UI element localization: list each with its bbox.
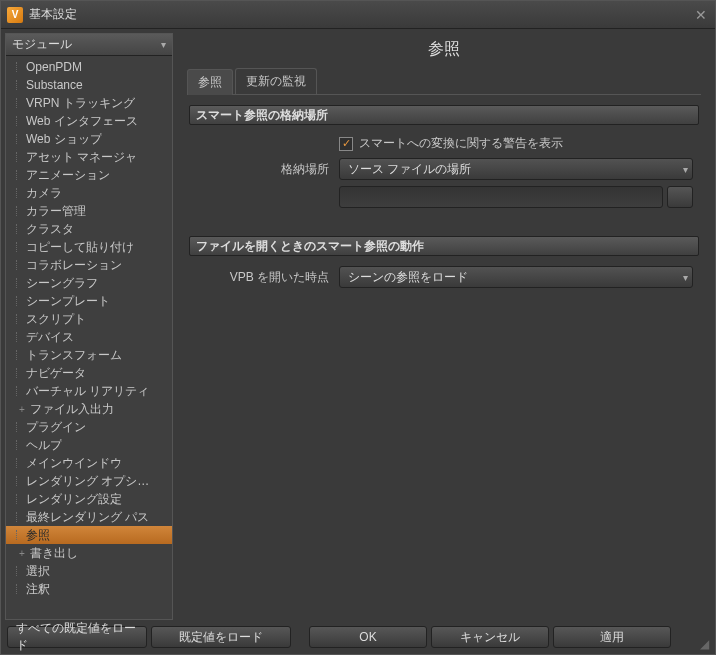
tree-expander-icon	[16, 350, 24, 360]
sidebar-item[interactable]: 選択	[6, 562, 172, 580]
sidebar-item-label: シーングラフ	[26, 275, 98, 292]
tree-expander-icon	[16, 152, 24, 162]
sidebar-item-label: ファイル入出力	[30, 401, 114, 418]
sidebar-item-label: VRPN トラッキング	[26, 95, 135, 112]
sidebar-item[interactable]: レンダリング設定	[6, 490, 172, 508]
sidebar-item-label: 選択	[26, 563, 50, 580]
sidebar-item-label: バーチャル リアリティ	[26, 383, 149, 400]
sidebar-item[interactable]: ナビゲータ	[6, 364, 172, 382]
sidebar-item[interactable]: トランスフォーム	[6, 346, 172, 364]
tab-update-monitor[interactable]: 更新の監視	[235, 68, 317, 94]
sidebar-item[interactable]: レンダリング オプシ…	[6, 472, 172, 490]
sidebar-item[interactable]: コピーして貼り付け	[6, 238, 172, 256]
sidebar-item[interactable]: VRPN トラッキング	[6, 94, 172, 112]
close-icon[interactable]: ✕	[693, 7, 709, 23]
footer: すべての既定値をロード 既定値をロード OK キャンセル 適用 ◢	[1, 620, 715, 654]
load-defaults-button[interactable]: 既定値をロード	[151, 626, 291, 648]
sidebar-item[interactable]: コラボレーション	[6, 256, 172, 274]
open-vpb-select[interactable]: シーンの参照をロード ▾	[339, 266, 693, 288]
tree-expander-icon	[16, 134, 24, 144]
open-vpb-label: VPB を開いた時点	[195, 269, 339, 286]
app-icon: V	[7, 7, 23, 23]
sidebar-item[interactable]: OpenPDM	[6, 58, 172, 76]
tab-reference[interactable]: 参照	[187, 69, 233, 95]
resize-grip-icon[interactable]: ◢	[695, 638, 709, 652]
sidebar-item-label: ヘルプ	[26, 437, 62, 454]
sidebar-item[interactable]: スクリプト	[6, 310, 172, 328]
load-all-defaults-button[interactable]: すべての既定値をロード	[7, 626, 147, 648]
sidebar-item-label: メインウインドウ	[26, 455, 122, 472]
sidebar-item-label: 書き出し	[30, 545, 78, 562]
sidebar-item[interactable]: Substance	[6, 76, 172, 94]
apply-button[interactable]: 適用	[553, 626, 671, 648]
sidebar-item-label: アセット マネージャ	[26, 149, 137, 166]
window-title: 基本設定	[29, 6, 693, 23]
storage-path-input[interactable]	[339, 186, 663, 208]
sidebar-item[interactable]: +書き出し	[6, 544, 172, 562]
sidebar-item[interactable]: ヘルプ	[6, 436, 172, 454]
checkbox-label: スマートへの変換に関する警告を表示	[359, 135, 563, 152]
warn-on-convert-checkbox[interactable]: ✓ スマートへの変換に関する警告を表示	[339, 135, 563, 152]
tree-expander-icon	[16, 458, 24, 468]
button-label: キャンセル	[460, 629, 520, 646]
sidebar-item[interactable]: Web インタフェース	[6, 112, 172, 130]
sidebar-item[interactable]: Web ショップ	[6, 130, 172, 148]
group-header: ファイルを開くときのスマート参照の動作	[189, 236, 699, 256]
sidebar: モジュール ▾ OpenPDMSubstanceVRPN トラッキングWeb イ…	[5, 33, 173, 620]
sidebar-item-label: 注釈	[26, 581, 50, 598]
page-title: 参照	[187, 39, 701, 60]
sidebar-item[interactable]: 最終レンダリング パス	[6, 508, 172, 526]
tree-expander-icon	[16, 314, 24, 324]
tree-expander-icon	[16, 206, 24, 216]
sidebar-item-label: デバイス	[26, 329, 74, 346]
group-open-behavior: ファイルを開くときのスマート参照の動作 VPB を開いた時点 シーンの参照をロー…	[189, 236, 699, 300]
sidebar-item[interactable]: クラスタ	[6, 220, 172, 238]
sidebar-item[interactable]: バーチャル リアリティ	[6, 382, 172, 400]
module-tree: OpenPDMSubstanceVRPN トラッキングWeb インタフェースWe…	[6, 56, 172, 619]
group-header: スマート参照の格納場所	[189, 105, 699, 125]
sidebar-item-label: プラグイン	[26, 419, 86, 436]
storage-location-select[interactable]: ソース ファイルの場所 ▾	[339, 158, 693, 180]
ok-button[interactable]: OK	[309, 626, 427, 648]
sidebar-item[interactable]: プラグイン	[6, 418, 172, 436]
tree-expander-icon	[16, 80, 24, 90]
sidebar-item-label: Substance	[26, 78, 83, 92]
button-label: OK	[359, 630, 376, 644]
sidebar-item[interactable]: シーングラフ	[6, 274, 172, 292]
group-smart-reference-location: スマート参照の格納場所 ✓ スマートへの変換に関する警告を表示	[189, 105, 699, 220]
sidebar-item-label: レンダリング設定	[26, 491, 122, 508]
tree-expander-icon	[16, 62, 24, 72]
sidebar-item-label: Web ショップ	[26, 131, 102, 148]
sidebar-item[interactable]: アセット マネージャ	[6, 148, 172, 166]
content-panel: 参照 参照 更新の監視 スマート参照の格納場所 ✓ スマートへの変換に	[177, 33, 711, 620]
tree-expander-icon	[16, 494, 24, 504]
sidebar-item[interactable]: アニメーション	[6, 166, 172, 184]
sidebar-item-label: アニメーション	[26, 167, 110, 184]
tree-expander-icon: +	[16, 548, 28, 559]
sidebar-header[interactable]: モジュール ▾	[6, 34, 172, 56]
tree-expander-icon	[16, 566, 24, 576]
tree-expander-icon	[16, 170, 24, 180]
sidebar-item[interactable]: メインウインドウ	[6, 454, 172, 472]
sidebar-item-label: カラー管理	[26, 203, 86, 220]
tree-expander-icon	[16, 440, 24, 450]
sidebar-item-label: スクリプト	[26, 311, 86, 328]
browse-button[interactable]	[667, 186, 693, 208]
button-label: すべての既定値をロード	[16, 620, 138, 654]
sidebar-item[interactable]: カラー管理	[6, 202, 172, 220]
cancel-button[interactable]: キャンセル	[431, 626, 549, 648]
sidebar-item[interactable]: カメラ	[6, 184, 172, 202]
tree-expander-icon	[16, 224, 24, 234]
sidebar-item[interactable]: シーンプレート	[6, 292, 172, 310]
dropdown-value: シーンの参照をロード	[348, 269, 468, 286]
tree-expander-icon	[16, 386, 24, 396]
sidebar-item-label: シーンプレート	[26, 293, 110, 310]
sidebar-item[interactable]: 参照	[6, 526, 172, 544]
tree-expander-icon: +	[16, 404, 28, 415]
tree-expander-icon	[16, 476, 24, 486]
sidebar-item-label: レンダリング オプシ…	[26, 473, 149, 490]
sidebar-item[interactable]: 注釈	[6, 580, 172, 598]
sidebar-item[interactable]: デバイス	[6, 328, 172, 346]
tree-expander-icon	[16, 332, 24, 342]
sidebar-item[interactable]: +ファイル入出力	[6, 400, 172, 418]
